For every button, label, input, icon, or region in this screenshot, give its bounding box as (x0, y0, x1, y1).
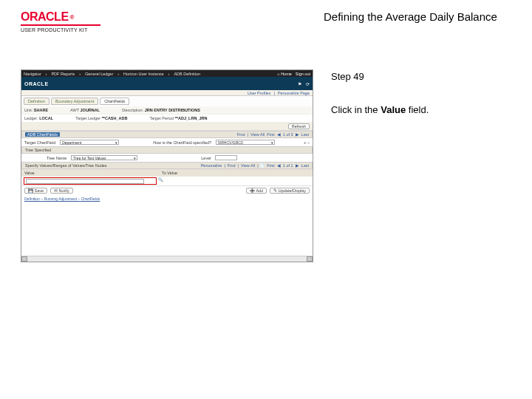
viewall-link[interactable]: View All (241, 163, 255, 168)
last-link[interactable]: Last (301, 132, 309, 137)
section-title: Tree Specified (25, 148, 51, 152)
action-bar: Refresh (21, 123, 313, 131)
tab-definition[interactable]: Definition (24, 98, 50, 105)
target-chartfield-row: Target ChartField ▾ How is the ChartFiel… (21, 138, 313, 146)
oracle-wordmark: ORACLE® (21, 10, 117, 24)
upk-subtitle: USER PRODUCTIVITY KIT (21, 24, 100, 33)
column-header: Value (24, 171, 157, 175)
find-link[interactable]: Find (237, 132, 245, 137)
save-button[interactable]: 💾 Save (24, 188, 47, 194)
first-link[interactable]: First (267, 163, 275, 168)
value-field-highlight (24, 177, 157, 185)
scroll-left-button[interactable] (21, 256, 27, 262)
instruction-bold: Value (381, 104, 406, 115)
horizontal-scrollbar[interactable] (21, 256, 313, 262)
field-label: Level (201, 156, 211, 160)
level-input[interactable] (215, 155, 237, 160)
personalize-page-link[interactable]: Personalize Page (278, 91, 310, 95)
breadcrumb-item: General Ledger (85, 72, 113, 76)
position-label: 1 of 1 (283, 163, 293, 168)
column-header-row: Value To Value (21, 169, 313, 177)
adb-section-header: ADB ChartFields Find | View All First ◀ … (21, 131, 313, 138)
breadcrumb-item: ADB Definition (174, 72, 200, 76)
value-field-row: 🔍 (21, 177, 313, 185)
how-chartfield-select[interactable]: ▾ (216, 140, 275, 145)
instruction-suffix: field. (406, 104, 429, 115)
breadcrumb-bar: Navigator › PDF Reports › General Ledger… (21, 70, 313, 77)
tab-chartfields[interactable]: ChartFields (100, 98, 129, 105)
signout-link[interactable]: Sign out (296, 72, 310, 76)
update-button[interactable]: ✎ Update/Display (270, 188, 310, 194)
brand-text: ORACLE (24, 81, 49, 86)
scroll-right-button[interactable] (307, 256, 313, 262)
tab-boundary[interactable]: Boundary Adjustment (51, 98, 98, 105)
value-input[interactable] (26, 179, 144, 184)
tree-name-row: Tree Name ▾ Level (21, 154, 313, 162)
user-profiles-link[interactable]: User Profiles (248, 91, 270, 95)
personalize-link[interactable]: Personalize (201, 163, 222, 168)
info-row: Unit: SHARE AWT JOURNAL Description: JRN… (21, 106, 313, 115)
field-label: Tree Name (47, 156, 66, 160)
breadcrumb-item: Horizon User Instance (123, 72, 163, 76)
brand-bar: ORACLE ⚑ ⟳ (21, 77, 313, 90)
tree-section-header: Tree Specified (21, 146, 313, 154)
section-title: ADB ChartFields (25, 132, 60, 137)
viewall-link[interactable]: View All (250, 132, 265, 137)
column-header: To Value (162, 171, 177, 175)
breadcrumb-item: PDF Reports (51, 72, 75, 76)
first-link[interactable]: First (267, 132, 275, 137)
tab-bar: Definition Boundary Adjustment ChartFiel… (21, 96, 313, 106)
flag-icon[interactable]: ⚑ (298, 81, 301, 86)
footer-buttons: 💾 Save ✉ Notify ➕ Add ✎ Update/Display (21, 185, 313, 195)
tree-name-select[interactable]: ▾ (71, 155, 137, 160)
notify-button[interactable]: ✉ Notify (50, 188, 73, 194)
refresh-button[interactable]: Refresh (288, 123, 310, 129)
target-chartfield-select[interactable]: ▾ (60, 140, 119, 145)
home-icon[interactable]: ⌂ Home (277, 72, 292, 76)
breadcrumb-item: Navigator (24, 72, 41, 76)
application-screenshot: Navigator › PDF Reports › General Ledger… (21, 69, 313, 262)
add-button[interactable]: ➕ Add (246, 188, 267, 194)
instruction-text: Click in the Value field. (331, 104, 504, 115)
add-remove-icons[interactable]: + – (304, 140, 310, 145)
sub-link-bar: User Profiles | Personalize Page (21, 90, 313, 96)
refresh-icon[interactable]: ⟳ (306, 81, 310, 86)
field-label: Target ChartField (24, 140, 55, 145)
document-title: Defining the Average Daily Balance (117, 10, 523, 23)
instruction-prefix: Click in the (331, 104, 381, 115)
info-row: Ledger: LOCAL Target Ledger **CASH_ADB T… (21, 115, 313, 123)
section-title: Specify Values/Ranges of Values/Tree Nod… (25, 163, 107, 168)
bottom-tab-links[interactable]: Definition – Running Adjustment – ChartF… (21, 195, 313, 202)
step-number: Step 49 (331, 71, 504, 82)
position-label: 1 of 3 (283, 132, 293, 137)
oracle-upk-logo: ORACLE® USER PRODUCTIVITY KIT (21, 10, 117, 33)
specify-section-header: Specify Values/Ranges of Values/Tree Nod… (21, 162, 313, 169)
last-link[interactable]: Last (301, 163, 309, 168)
find-link[interactable]: Find (228, 163, 236, 168)
field-label: How is the ChartField specified? (153, 140, 211, 145)
